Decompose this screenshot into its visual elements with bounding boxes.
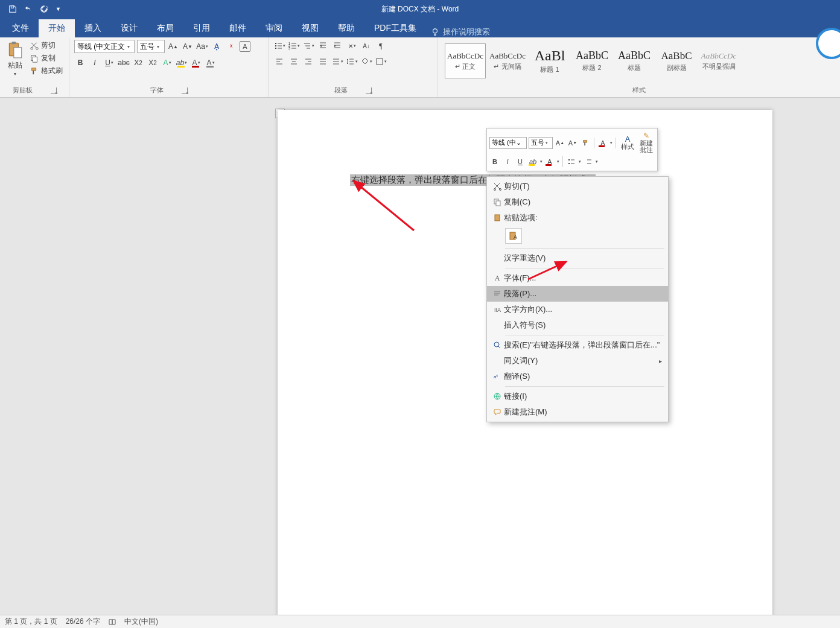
tab-view[interactable]: 视图	[292, 19, 328, 37]
underline-button[interactable]: U	[103, 57, 115, 69]
font-color-button[interactable]: A	[190, 57, 202, 69]
superscript-button[interactable]: X2	[147, 57, 159, 69]
decrease-indent-button[interactable]	[317, 40, 329, 52]
undo-icon[interactable]	[24, 5, 33, 13]
status-word-count[interactable]: 26/26 个字	[66, 617, 100, 627]
bold-button[interactable]: B	[74, 57, 86, 69]
shading-button[interactable]	[360, 56, 372, 68]
tab-help[interactable]: 帮助	[328, 19, 364, 37]
sort-button[interactable]: A↓	[360, 40, 372, 52]
line-spacing-button[interactable]	[346, 56, 358, 68]
redo-icon[interactable]	[40, 5, 48, 13]
multilevel-button[interactable]	[302, 40, 314, 52]
paste-keep-text-button[interactable]: A	[505, 228, 522, 244]
align-left-button[interactable]	[273, 56, 285, 68]
asian-layout-button[interactable]: ✕	[346, 40, 358, 52]
save-icon[interactable]	[8, 5, 17, 13]
tab-pdf-tools[interactable]: PDF工具集	[364, 19, 426, 37]
font-name-combo[interactable]: 等线 (中文正文▾	[74, 40, 135, 53]
ctx-text-direction[interactable]: IIA文字方向(X)...	[487, 302, 668, 317]
align-right-button[interactable]	[302, 56, 314, 68]
grow-font-button[interactable]: A▲	[167, 40, 179, 52]
style-card-1[interactable]: AaBbCcDc↵ 无间隔	[487, 43, 528, 78]
tab-mailings[interactable]: 邮件	[220, 19, 256, 37]
mini-highlight[interactable]: ab	[527, 156, 538, 167]
numbering-button[interactable]: 123	[288, 40, 300, 52]
change-case-button[interactable]: Aa	[196, 40, 208, 52]
format-painter-button[interactable]: 格式刷	[29, 65, 64, 77]
svg-point-26	[494, 342, 499, 347]
ctx-search[interactable]: 搜索(E)"右键选择段落，弹出段落窗口后在..."	[487, 337, 668, 353]
tab-home[interactable]: 开始	[39, 19, 75, 37]
style-card-3[interactable]: AaBbC标题 2	[571, 43, 612, 78]
shrink-font-button[interactable]: A▼	[182, 40, 194, 52]
status-proofing[interactable]	[109, 618, 116, 626]
char-shading-button[interactable]: A	[205, 57, 217, 69]
paste-button[interactable]: 粘贴 ▼	[5, 40, 25, 77]
mini-italic[interactable]: I	[502, 156, 513, 167]
phonetic-guide-button[interactable]: A͓	[211, 40, 223, 52]
mini-bold[interactable]: B	[489, 156, 500, 167]
italic-button[interactable]: I	[89, 57, 101, 69]
qat-more-icon[interactable]: ▼	[56, 6, 61, 12]
clipboard-dialog-launcher[interactable]	[51, 87, 57, 94]
ctx-insert-symbol[interactable]: 插入符号(S)	[487, 317, 668, 333]
style-card-2[interactable]: AaBl标题 1	[529, 43, 570, 78]
bullets-button[interactable]	[273, 40, 285, 52]
mini-shrink-font[interactable]: A▼	[567, 138, 578, 148]
mini-size-combo[interactable]: 五号▾	[529, 137, 553, 149]
align-center-button[interactable]	[288, 56, 300, 68]
mini-numbering[interactable]	[583, 156, 594, 167]
svg-rect-4	[14, 48, 22, 58]
ctx-paragraph[interactable]: 段落(P)...	[487, 286, 668, 302]
justify-button[interactable]	[317, 56, 329, 68]
subscript-button[interactable]: X2	[132, 57, 144, 69]
copy-button[interactable]: 复制	[29, 52, 64, 64]
increase-indent-button[interactable]	[331, 40, 343, 52]
enclose-char-button[interactable]: A	[240, 41, 250, 52]
ctx-ime-reconvert[interactable]: 汉字重选(V)	[487, 250, 668, 266]
ctx-copy[interactable]: 复制(C)	[487, 194, 668, 210]
svg-rect-22	[495, 215, 500, 221]
tab-references[interactable]: 引用	[183, 19, 220, 37]
strike-button[interactable]: abc	[118, 57, 130, 69]
mini-font-color[interactable]: A	[597, 138, 608, 148]
tab-design[interactable]: 设计	[111, 19, 147, 37]
cut-button[interactable]: 剪切	[29, 40, 64, 51]
show-marks-button[interactable]: ¶	[375, 40, 387, 52]
mini-new-comment-button[interactable]: ✎新建 批注	[638, 132, 655, 154]
style-card-6[interactable]: AaBbCcDc不明显强调	[698, 43, 739, 78]
highlight-button[interactable]: ab	[176, 57, 188, 69]
ctx-translate[interactable]: a⁵翻译(S)	[487, 369, 668, 384]
tab-insert[interactable]: 插入	[75, 19, 111, 37]
mini-bullets[interactable]	[566, 156, 577, 167]
ctx-font[interactable]: A字体(F)...	[487, 270, 668, 286]
mini-format-painter[interactable]	[580, 138, 591, 148]
text-effects-button[interactable]: A	[161, 57, 173, 69]
tell-me-search[interactable]: 操作说明搜索	[431, 27, 490, 37]
mini-underline[interactable]: U	[515, 156, 526, 167]
tab-layout[interactable]: 布局	[147, 19, 183, 37]
ctx-cut[interactable]: 剪切(T)	[487, 179, 668, 194]
paragraph-dialog-launcher[interactable]	[366, 87, 372, 94]
style-card-5[interactable]: AaBbC副标题	[656, 43, 697, 78]
font-dialog-launcher[interactable]	[182, 87, 188, 94]
ctx-synonyms[interactable]: 同义词(Y)▸	[487, 353, 668, 369]
ctx-link[interactable]: 链接(I)	[487, 389, 668, 404]
clear-format-button[interactable]: ᵡ	[225, 40, 237, 52]
tab-review[interactable]: 审阅	[256, 19, 292, 37]
style-card-4[interactable]: AaBbC标题	[614, 43, 655, 78]
mini-styles-button[interactable]: A样式	[619, 135, 636, 150]
mini-font-color2[interactable]: A	[544, 156, 555, 167]
mini-grow-font[interactable]: A▲	[555, 138, 565, 148]
status-language[interactable]: 中文(中国)	[124, 617, 158, 627]
tab-file[interactable]: 文件	[2, 19, 39, 37]
font-size-combo[interactable]: 五号▾	[137, 40, 165, 53]
mini-font-combo[interactable]: 等线 (中⌄	[489, 137, 527, 149]
brush-icon	[30, 67, 39, 75]
status-page[interactable]: 第 1 页，共 1 页	[5, 617, 57, 627]
ctx-new-comment[interactable]: 新建批注(M)	[487, 404, 668, 420]
distributed-button[interactable]	[331, 56, 343, 68]
style-card-0[interactable]: AaBbCcDc↵ 正文	[445, 43, 486, 78]
borders-button[interactable]	[375, 56, 387, 68]
